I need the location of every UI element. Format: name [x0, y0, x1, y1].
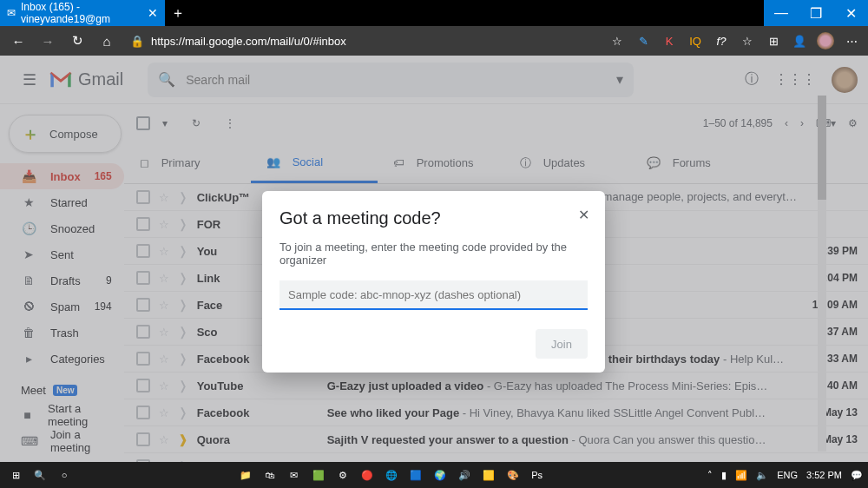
language-indicator[interactable]: ENG: [777, 470, 798, 480]
search-button[interactable]: 🔍: [30, 465, 50, 485]
app-icon[interactable]: 🌍: [430, 465, 450, 485]
dialog-title: Got a meeting code?: [279, 208, 588, 228]
cortana-button[interactable]: ○: [54, 465, 75, 485]
favorite-icon[interactable]: ☆: [606, 30, 628, 52]
close-tab-icon[interactable]: ✕: [148, 6, 158, 20]
url-bar: ← → ↻ ⌂ 🔒 https://mail.google.com/mail/u…: [0, 26, 868, 56]
app-icon[interactable]: 🛍: [260, 465, 280, 485]
lock-icon: 🔒: [130, 35, 144, 48]
battery-icon[interactable]: ▮: [721, 470, 727, 481]
browser-tab[interactable]: ✉ Inbox (165) - vineyvande19@gm ✕: [0, 0, 165, 26]
app-icon[interactable]: 🟨: [478, 465, 499, 485]
app-icon[interactable]: 🔊: [454, 465, 475, 485]
app-icon[interactable]: 🔴: [357, 465, 378, 485]
app-icon[interactable]: 🎨: [503, 465, 523, 485]
refresh-button[interactable]: ↻: [64, 28, 90, 54]
app-icon[interactable]: ⚙: [332, 465, 353, 485]
home-button[interactable]: ⌂: [94, 28, 120, 54]
ext-icon[interactable]: ✎: [632, 30, 654, 52]
meeting-code-input[interactable]: [279, 280, 588, 310]
clock[interactable]: 3:52 PM: [806, 470, 842, 480]
close-window-button[interactable]: ✕: [833, 0, 868, 26]
meeting-code-dialog: Got a meeting code? ✕ To join a meeting,…: [262, 191, 605, 373]
taskbar: ⊞ 🔍 ○ 📁 🛍 ✉ 🟩 ⚙ 🔴 🌐 🟦 🌍 🔊 🟨 🎨 Ps ˄ ▮ 📶 🔈…: [0, 462, 868, 488]
mail-icon: ✉: [7, 7, 16, 19]
app-icon[interactable]: 🌐: [381, 465, 402, 485]
favorites-button[interactable]: ☆: [736, 30, 759, 52]
wifi-icon[interactable]: 📶: [735, 470, 747, 481]
close-dialog-button[interactable]: ✕: [578, 207, 589, 223]
system-tray[interactable]: ˄ ▮ 📶 🔈 ENG 3:52 PM 💬: [707, 470, 863, 481]
app-icon[interactable]: 🟩: [308, 465, 329, 485]
profile-button[interactable]: 👤: [788, 30, 811, 52]
url-text: https://mail.google.com/mail/u/0/#inbox: [151, 35, 346, 48]
collections-button[interactable]: ⊞: [762, 30, 785, 52]
dialog-body: To join a meeting, enter the meeting cod…: [279, 241, 588, 267]
notifications-icon[interactable]: 💬: [851, 470, 863, 481]
start-button[interactable]: ⊞: [5, 465, 26, 485]
maximize-button[interactable]: ❐: [799, 0, 833, 26]
volume-icon[interactable]: 🔈: [756, 470, 768, 481]
ext-fx-icon[interactable]: f?: [710, 30, 733, 52]
forward-button[interactable]: →: [35, 28, 61, 54]
tab-title: Inbox (165) - vineyvande19@gm: [21, 1, 142, 25]
minimize-button[interactable]: —: [764, 0, 799, 26]
app-icon[interactable]: Ps: [527, 465, 548, 485]
new-tab-button[interactable]: ＋: [165, 0, 191, 26]
app-icon[interactable]: 📁: [235, 465, 256, 485]
tray-up-icon[interactable]: ˄: [707, 470, 713, 481]
back-button[interactable]: ←: [5, 28, 31, 54]
titlebar: ✉ Inbox (165) - vineyvande19@gm ✕ ＋ — ❐ …: [0, 0, 868, 26]
avatar-button[interactable]: [814, 30, 837, 52]
ext-iq-icon[interactable]: IQ: [684, 30, 707, 52]
window-controls: — ❐ ✕: [764, 0, 868, 26]
address-bar[interactable]: 🔒 https://mail.google.com/mail/u/0/#inbo…: [123, 35, 602, 48]
app-icon[interactable]: 🟦: [405, 465, 426, 485]
join-button[interactable]: Join: [536, 329, 588, 359]
app-icon[interactable]: ✉: [284, 465, 305, 485]
ext-k-icon[interactable]: K: [658, 30, 681, 52]
more-button[interactable]: ⋯: [840, 30, 863, 52]
